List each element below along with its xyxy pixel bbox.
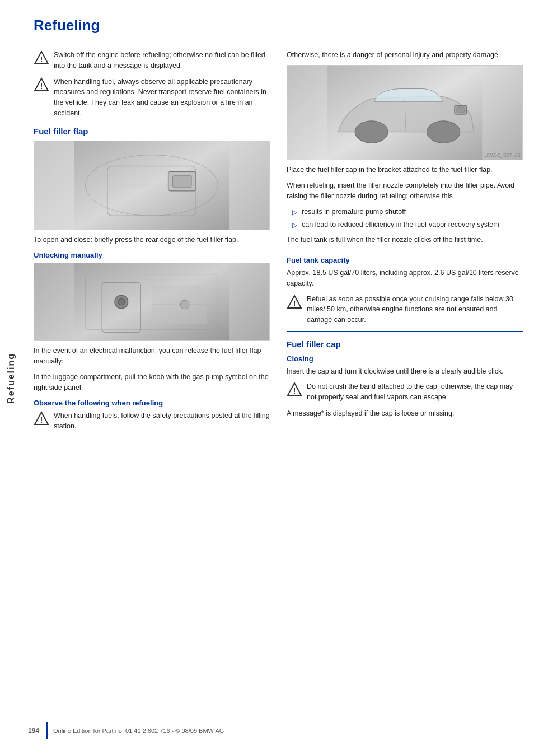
svg-text:!: ! bbox=[293, 299, 296, 308]
page-footer: 194 Online Edition for Part no. 01 41 2 … bbox=[28, 722, 523, 739]
closing-text1: Insert the cap and turn it clockwise unt… bbox=[287, 366, 523, 377]
bullet-item-2: ▷ can lead to reduced efficiency in the … bbox=[292, 220, 523, 230]
sidebar: Refueling bbox=[0, 0, 22, 756]
manual-unlock-caption2: In the luggage compartment, pull the kno… bbox=[34, 372, 270, 394]
footer-text: Online Edition for Part no. 01 41 2 602 … bbox=[53, 727, 224, 734]
warning-text-1: Switch off the engine before refueling; … bbox=[54, 50, 270, 71]
footer-divider bbox=[46, 722, 48, 739]
warning-text-closing: Do not crush the band attached to the ca… bbox=[307, 381, 523, 403]
section-fuel-filler-flap-title: Fuel filler flap bbox=[34, 127, 270, 136]
warning-icon-closing: ! bbox=[287, 382, 302, 398]
bullet-arrow-2: ▷ bbox=[292, 220, 297, 230]
manual-unlock-image bbox=[34, 263, 270, 341]
warning-block-1: ! Switch off the engine before refueling… bbox=[34, 50, 270, 71]
warning-block-closing: ! Do not crush the band attached to the … bbox=[287, 381, 523, 403]
section-fuel-tank-capacity-title: Fuel tank capacity bbox=[287, 256, 523, 264]
fuel-filler-flap-image bbox=[34, 141, 270, 230]
right-column: Otherwise, there is a danger of personal… bbox=[287, 50, 523, 437]
svg-rect-8 bbox=[173, 175, 192, 188]
svg-point-21 bbox=[355, 121, 388, 143]
svg-point-17 bbox=[180, 300, 189, 309]
fuel-tank-full: The fuel tank is full when the filler no… bbox=[287, 235, 523, 245]
page-header: Refueling bbox=[28, 0, 534, 50]
page-title: Refueling bbox=[34, 17, 523, 34]
svg-point-22 bbox=[427, 121, 460, 143]
right-top-image-caption: UWZ-0_B37 US bbox=[484, 152, 521, 158]
warning-icon-2: ! bbox=[34, 77, 49, 93]
closing-text2: A message* is displayed if the cap is lo… bbox=[287, 408, 523, 419]
right-top-image: UWZ-0_B37 US bbox=[287, 65, 523, 160]
warning-text-fuel-tank: Refuel as soon as possible once your cru… bbox=[307, 294, 523, 325]
svg-text:!: ! bbox=[40, 55, 43, 64]
svg-rect-25 bbox=[457, 107, 465, 113]
fuel-filler-flap-caption: To open and close: briefly press the rea… bbox=[34, 235, 270, 245]
divider-2 bbox=[287, 331, 523, 332]
warning-block-fuel-tank: ! Refuel as soon as possible once your c… bbox=[287, 294, 523, 325]
svg-text:!: ! bbox=[40, 82, 43, 91]
bullet-arrow-1: ▷ bbox=[292, 207, 297, 217]
divider-1 bbox=[287, 250, 523, 250]
bullet-text-1: results in premature pump shutoff bbox=[302, 207, 406, 217]
warning-icon-fuel-tank: ! bbox=[287, 295, 302, 310]
refueling-insert: When refueling, insert the filler nozzle… bbox=[287, 180, 523, 202]
sidebar-label: Refueling bbox=[6, 353, 16, 404]
bullet-item-1: ▷ results in premature pump shutoff bbox=[292, 207, 523, 217]
section-closing-title: Closing bbox=[287, 354, 523, 363]
warning-text-observe: When handling fuels, follow the safety p… bbox=[54, 410, 270, 432]
warning-icon-1: ! bbox=[34, 50, 49, 66]
content-columns: ! Switch off the engine before refueling… bbox=[28, 50, 534, 437]
section-observe-title: Observe the following when refueling bbox=[34, 399, 270, 407]
right-intro-text: Otherwise, there is a danger of personal… bbox=[287, 50, 523, 60]
section-fuel-filler-cap-title: Fuel filler cap bbox=[287, 339, 523, 349]
bullet-list: ▷ results in premature pump shutoff ▷ ca… bbox=[292, 207, 523, 230]
section-unlocking-manually-title: Unlocking manually bbox=[34, 251, 270, 259]
page-number: 194 bbox=[28, 727, 39, 735]
svg-text:!: ! bbox=[40, 416, 43, 424]
svg-point-13 bbox=[118, 298, 125, 305]
fuel-tank-capacity-text: Approx. 18.5 US gal/70 liters, including… bbox=[287, 268, 523, 290]
manual-unlock-caption1: In the event of an electrical malfunctio… bbox=[34, 346, 270, 367]
place-filler-cap: Place the fuel filler cap in the bracket… bbox=[287, 165, 523, 175]
warning-text-2: When handling fuel, always observe all a… bbox=[54, 77, 270, 119]
svg-text:!: ! bbox=[293, 386, 296, 395]
bullet-text-2: can lead to reduced efficiency in the fu… bbox=[302, 220, 499, 230]
warning-icon-observe: ! bbox=[34, 411, 49, 427]
warning-block-observe: ! When handling fuels, follow the safety… bbox=[34, 410, 270, 432]
left-column: ! Switch off the engine before refueling… bbox=[34, 50, 270, 437]
warning-block-2: ! When handling fuel, always observe all… bbox=[34, 77, 270, 119]
